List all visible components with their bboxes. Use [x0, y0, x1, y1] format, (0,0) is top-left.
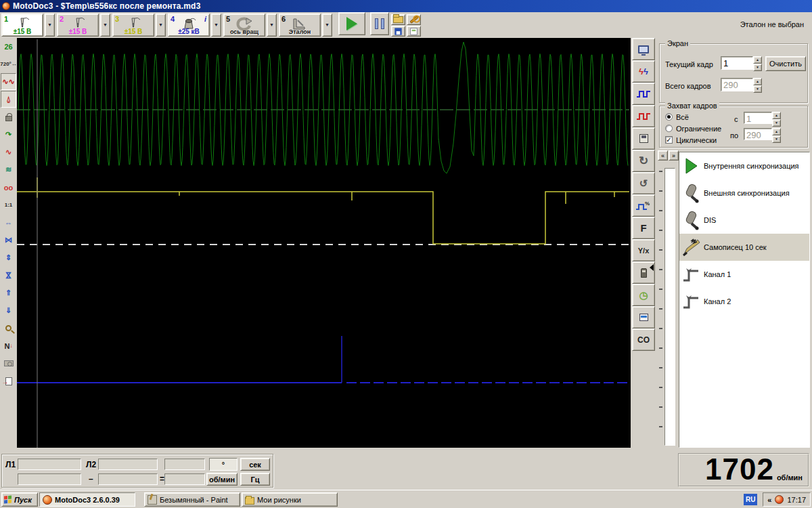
- sync-mode-list[interactable]: Внутренняя синхронизацияВнешняя синхрони…: [679, 152, 810, 448]
- channel-6-button[interactable]: 6Эталон: [279, 14, 321, 37]
- multi-trace-icon[interactable]: ≋: [1, 161, 16, 178]
- sync-item-2[interactable]: Внешняя синхронизация: [679, 179, 809, 207]
- tray-chevron[interactable]: «: [767, 496, 771, 504]
- spin-up-icon[interactable]: ▲: [772, 128, 781, 135]
- channel-4-dropdown[interactable]: [211, 14, 221, 37]
- title-bar[interactable]: MotoDoc3 - $Temp\в556кс после ремонта.md…: [0, 0, 812, 12]
- waveform-mode-icon[interactable]: ∿∿: [1, 73, 16, 90]
- cyclic-label[interactable]: Циклически: [676, 136, 717, 144]
- rotate-ccw-icon[interactable]: ↺: [632, 172, 655, 194]
- spin-down-icon[interactable]: ▼: [753, 64, 762, 71]
- motodoc-tray-icon[interactable]: [775, 495, 784, 504]
- seconds-button[interactable]: сек: [240, 458, 270, 471]
- current-frame-input[interactable]: 1: [721, 56, 753, 70]
- open-file-button[interactable]: [391, 14, 405, 25]
- export-button[interactable]: [407, 26, 421, 37]
- sync-item-5[interactable]: Канал 1: [679, 261, 809, 288]
- radio-all[interactable]: [665, 113, 673, 121]
- cylinder-count-icon[interactable]: 26: [1, 38, 16, 55]
- clear-button[interactable]: Очистить: [765, 56, 806, 71]
- settings-button[interactable]: [407, 14, 421, 25]
- shift-up-icon[interactable]: ⇑: [1, 284, 16, 301]
- device-icon[interactable]: [632, 306, 655, 329]
- sync-item-6[interactable]: Канал 2: [679, 288, 809, 315]
- value1-input[interactable]: [18, 473, 81, 485]
- save-frame-icon[interactable]: [632, 127, 655, 150]
- duty-cycle-icon[interactable]: %: [632, 194, 655, 217]
- clock-icon[interactable]: ◷: [632, 284, 655, 306]
- sync-item-1[interactable]: Внутренняя синхронизация: [679, 152, 809, 179]
- l2-input[interactable]: [98, 459, 158, 470]
- co-gas-icon[interactable]: CO: [632, 329, 655, 351]
- from-spinner[interactable]: ▲ ▼: [772, 112, 781, 124]
- channel-1-button[interactable]: 1±15 В: [1, 14, 43, 37]
- v-expand-icon[interactable]: ⇕: [1, 249, 16, 266]
- page-left-button[interactable]: «: [658, 150, 668, 161]
- channel-3-dropdown[interactable]: [156, 14, 166, 37]
- result-input[interactable]: [164, 473, 205, 485]
- pulse-red-icon[interactable]: [632, 105, 655, 127]
- screen-mode-icon[interactable]: [632, 38, 655, 60]
- radio-limit[interactable]: [665, 125, 673, 132]
- splitter-arrow-icon[interactable]: [650, 264, 654, 271]
- h-expand-icon[interactable]: ⇔: [1, 214, 16, 231]
- to-spinner[interactable]: ▲ ▼: [772, 128, 781, 140]
- taskbar-task[interactable]: Мои рисунки: [242, 492, 338, 507]
- frequency-icon[interactable]: F: [632, 217, 655, 239]
- spin-up-icon[interactable]: ▲: [753, 56, 762, 64]
- rotate-cw-icon[interactable]: ↻: [632, 150, 655, 172]
- degrees-button[interactable]: °: [209, 458, 238, 471]
- channel-6-dropdown[interactable]: [322, 14, 332, 37]
- start-button[interactable]: Пуск: [1, 492, 38, 507]
- current-frame-spinner[interactable]: ▲ ▼: [753, 56, 762, 70]
- taskbar-task[interactable]: MotoDoc3 2.6.0.39: [39, 492, 135, 507]
- pulse-mode-icon[interactable]: ⍙: [1, 91, 16, 108]
- sync-marker-icon[interactable]: ↷: [1, 126, 16, 143]
- spin-down-icon[interactable]: ▼: [753, 85, 762, 93]
- lock-icon[interactable]: [1, 108, 16, 125]
- radio-all-label[interactable]: Всё: [676, 113, 689, 121]
- value2-input[interactable]: [98, 473, 158, 485]
- oscilloscope-display[interactable]: [17, 38, 631, 448]
- overlay-ellipses-icon[interactable]: oo: [1, 179, 16, 196]
- delta-input[interactable]: [164, 459, 205, 470]
- sine-icon[interactable]: ∿: [1, 144, 16, 161]
- export-report-icon[interactable]: [1, 373, 16, 389]
- channel-4-button[interactable]: 4i±25 кВ: [168, 14, 210, 37]
- shift-down-icon[interactable]: ⇓: [1, 302, 16, 319]
- rpm-button[interactable]: об/мин: [206, 473, 238, 486]
- hz-button[interactable]: Гц: [240, 473, 270, 486]
- pause-button[interactable]: [370, 12, 389, 35]
- spin-down-icon[interactable]: ▼: [772, 119, 781, 127]
- taskbar-task[interactable]: Безымянный - Paint: [144, 492, 240, 507]
- ratio-icon[interactable]: Y/x: [632, 239, 655, 261]
- total-frames-spinner[interactable]: ▲ ▼: [753, 78, 762, 91]
- ignition-icon[interactable]: ϟϟ: [632, 60, 655, 83]
- channel-5-button[interactable]: 5ось вращ: [223, 14, 265, 37]
- cycle-720-icon[interactable]: 720°↔: [1, 56, 16, 72]
- language-indicator[interactable]: RU: [744, 494, 757, 505]
- vertical-slider[interactable]: [664, 168, 675, 446]
- snapshot-icon[interactable]: [1, 355, 16, 372]
- channel-5-dropdown[interactable]: [267, 14, 277, 37]
- h-compress-icon[interactable]: ⋈: [1, 232, 16, 249]
- pulse-blue-icon[interactable]: [632, 83, 655, 105]
- sync-item-3[interactable]: DIS: [679, 207, 809, 234]
- channel-3-button[interactable]: 3±15 В: [112, 14, 154, 37]
- l1-input[interactable]: [18, 459, 81, 470]
- channel-2-button[interactable]: 2±15 В: [57, 14, 99, 37]
- channel-1-dropdown[interactable]: [45, 14, 55, 37]
- channel-2-dropdown[interactable]: [100, 14, 110, 37]
- spin-up-icon[interactable]: ▲: [753, 78, 762, 85]
- cyclic-checkbox[interactable]: ✓: [665, 136, 673, 144]
- normalize-icon[interactable]: N↓: [1, 337, 16, 354]
- spin-up-icon[interactable]: ▲: [772, 112, 781, 119]
- sync-item-4[interactable]: Самописец 10 сек: [679, 234, 809, 261]
- zoom-icon[interactable]: [1, 320, 16, 337]
- page-right-button[interactable]: »: [669, 150, 679, 161]
- v-compress-icon[interactable]: ⋈: [1, 267, 16, 284]
- start-acquisition-button[interactable]: [338, 12, 365, 35]
- scale-1-1-icon[interactable]: 1:1: [1, 196, 16, 213]
- spin-down-icon[interactable]: ▼: [772, 135, 781, 143]
- save-file-button[interactable]: [391, 26, 405, 37]
